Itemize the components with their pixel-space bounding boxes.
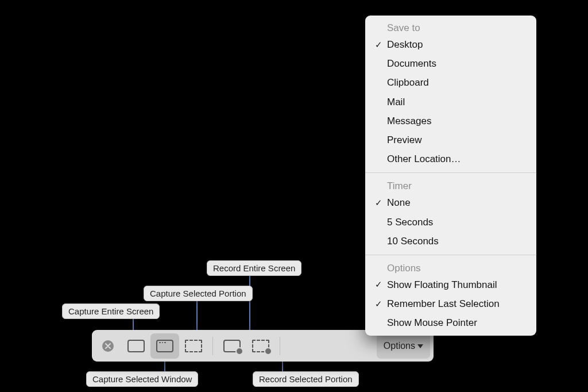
menu-item-show-mouse-pointer[interactable]: Show Mouse Pointer bbox=[365, 313, 536, 332]
menu-item-timer-none[interactable]: ✓None bbox=[365, 193, 536, 212]
callout-record-entire-screen: Record Entire Screen bbox=[207, 260, 301, 276]
record-entire-screen-button[interactable] bbox=[218, 333, 246, 359]
toolbar-divider bbox=[212, 337, 213, 355]
menu-separator bbox=[365, 172, 536, 173]
record-selection-icon bbox=[252, 340, 269, 352]
check-icon: ✓ bbox=[373, 278, 384, 291]
menu-item-timer-5s[interactable]: 5 Seconds bbox=[365, 213, 536, 232]
window-icon bbox=[156, 340, 173, 352]
callout-capture-selected-window: Capture Selected Window bbox=[86, 371, 198, 387]
menu-item-preview[interactable]: Preview bbox=[365, 130, 536, 149]
capture-selected-window-button[interactable] bbox=[150, 333, 179, 359]
menu-item-desktop[interactable]: ✓Desktop bbox=[365, 35, 536, 54]
options-menu: Save to ✓Desktop Documents Clipboard Mai… bbox=[365, 16, 536, 336]
options-label: Options bbox=[384, 341, 415, 351]
check-icon: ✓ bbox=[373, 297, 384, 311]
capture-selected-portion-button[interactable] bbox=[179, 333, 208, 359]
menu-item-mail[interactable]: Mail bbox=[365, 93, 536, 112]
callout-capture-selected-portion: Capture Selected Portion bbox=[144, 286, 253, 301]
menu-separator bbox=[365, 255, 536, 255]
selection-icon bbox=[185, 340, 202, 352]
capture-entire-screen-button[interactable] bbox=[122, 333, 150, 359]
record-selected-portion-button[interactable] bbox=[246, 333, 275, 359]
check-icon: ✓ bbox=[373, 38, 384, 52]
toolbar-divider bbox=[280, 337, 280, 355]
chevron-down-icon bbox=[417, 344, 423, 348]
screen-icon bbox=[127, 340, 145, 352]
close-button[interactable] bbox=[98, 333, 118, 359]
menu-item-messages[interactable]: Messages bbox=[365, 112, 536, 130]
menu-item-clipboard[interactable]: Clipboard bbox=[365, 73, 536, 92]
menu-item-floating-thumbnail[interactable]: ✓Show Floating Thumbnail bbox=[365, 275, 536, 294]
menu-section-options: Options bbox=[365, 259, 536, 275]
close-icon bbox=[102, 340, 114, 352]
callout-capture-entire-screen: Capture Entire Screen bbox=[62, 303, 160, 319]
callout-record-selected-portion: Record Selected Portion bbox=[253, 371, 359, 387]
menu-section-timer: Timer bbox=[365, 177, 536, 193]
menu-section-save-to: Save to bbox=[365, 19, 536, 35]
menu-item-documents[interactable]: Documents bbox=[365, 54, 536, 73]
record-screen-icon bbox=[223, 340, 241, 352]
check-icon: ✓ bbox=[373, 196, 384, 210]
menu-item-timer-10s[interactable]: 10 Seconds bbox=[365, 232, 536, 251]
options-button[interactable]: Options bbox=[377, 333, 430, 359]
menu-item-remember-selection[interactable]: ✓Remember Last Selection bbox=[365, 294, 536, 313]
menu-item-other-location[interactable]: Other Location… bbox=[365, 149, 536, 168]
